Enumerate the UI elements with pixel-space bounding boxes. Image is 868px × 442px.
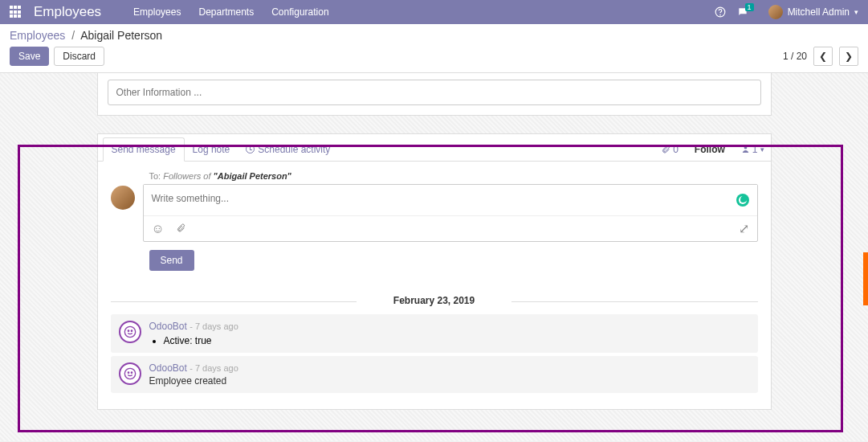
svg-point-8 <box>131 372 132 373</box>
message-time: - 7 days ago <box>189 363 238 373</box>
user-name: Mitchell Admin <box>788 6 850 18</box>
messages-icon[interactable]: 1 <box>737 6 757 18</box>
nav-links: Employees Departments Configuration <box>133 6 328 18</box>
caret-down-icon: ▾ <box>854 8 858 16</box>
attach-icon[interactable] <box>176 222 185 236</box>
grammarly-icon <box>736 194 749 207</box>
user-menu[interactable]: Mitchell Admin ▾ <box>768 5 858 19</box>
svg-point-4 <box>128 330 128 331</box>
message-item: OdooBot - 7 days ago Employee created <box>111 356 758 393</box>
paperclip-icon <box>661 145 670 154</box>
save-button[interactable]: Save <box>10 47 49 66</box>
breadcrumb-current: Abigail Peterson <box>80 29 162 42</box>
user-avatar-icon <box>768 5 783 19</box>
scrollbar-indicator <box>863 252 868 305</box>
attachment-count[interactable]: 0 <box>661 144 679 155</box>
message-input[interactable] <box>144 185 757 212</box>
form-sheet <box>97 73 772 116</box>
expand-icon[interactable]: ⤢ <box>739 221 749 236</box>
svg-point-6 <box>124 368 135 379</box>
svg-point-2 <box>744 146 747 149</box>
message-text: Employee created <box>149 375 750 387</box>
message-item: OdooBot - 7 days ago Active: true <box>111 314 758 353</box>
emoji-icon[interactable]: ☺ <box>152 222 165 236</box>
bot-avatar-icon <box>119 321 141 343</box>
compose-box: ☺ ⤢ <box>143 184 758 242</box>
clock-icon <box>246 145 255 153</box>
action-row: Save Discard 1 / 20 ❮ ❯ <box>10 47 858 66</box>
svg-point-1 <box>719 14 720 15</box>
message-bullet: Active: true <box>164 335 750 346</box>
help-icon[interactable] <box>715 6 726 18</box>
apps-icon[interactable] <box>10 6 22 18</box>
svg-point-7 <box>128 372 128 373</box>
svg-point-3 <box>124 326 135 337</box>
follow-button[interactable]: Follow <box>695 144 725 155</box>
message-composer: To: Followers of "Abigail Peterson" ☺ ⤢ <box>98 162 771 282</box>
send-button[interactable]: Send <box>149 250 194 271</box>
tab-log-note[interactable]: Log note <box>185 138 238 161</box>
nav-right: 1 Mitchell Admin ▾ <box>715 5 858 19</box>
message-author[interactable]: OdooBot <box>149 321 187 332</box>
nav-link-configuration[interactable]: Configuration <box>271 6 328 18</box>
tabs-right: 0 Follow 1 ▾ <box>661 144 764 155</box>
compose-toolbar: ☺ ⤢ <box>144 215 757 241</box>
breadcrumb: Employees / Abigail Peterson <box>10 29 858 42</box>
chatter-tabs: Send message Log note Schedule activity … <box>98 134 771 162</box>
pager-next-button[interactable]: ❯ <box>839 47 858 66</box>
pager-prev-button[interactable]: ❮ <box>813 47 833 66</box>
messages-badge: 1 <box>745 3 754 11</box>
subheader: Employees / Abigail Peterson Save Discar… <box>0 24 868 73</box>
discard-button[interactable]: Discard <box>54 47 104 66</box>
message-author[interactable]: OdooBot <box>149 362 187 374</box>
chatter: Send message Log note Schedule activity … <box>97 133 772 410</box>
person-icon <box>741 145 750 153</box>
nav-link-employees[interactable]: Employees <box>133 6 181 18</box>
other-information-input[interactable] <box>108 80 761 105</box>
composer-to-line: To: Followers of "Abigail Peterson" <box>149 171 758 181</box>
content-area: Send message Log note Schedule activity … <box>0 73 868 441</box>
tab-schedule-activity[interactable]: Schedule activity <box>238 138 338 161</box>
tab-send-message[interactable]: Send message <box>103 137 185 162</box>
top-nav: Employees Employees Departments Configur… <box>0 0 868 24</box>
nav-link-departments[interactable]: Departments <box>198 6 254 18</box>
message-timeline: February 23, 2019 OdooBot - 7 days ago A… <box>98 282 771 409</box>
caret-down-icon: ▾ <box>760 145 764 153</box>
svg-point-5 <box>131 330 132 331</box>
composer-avatar-icon <box>111 186 135 210</box>
breadcrumb-root[interactable]: Employees <box>10 29 65 42</box>
pager: 1 / 20 ❮ ❯ <box>783 47 858 66</box>
bot-avatar-icon <box>119 362 141 385</box>
date-separator: February 23, 2019 <box>111 289 758 314</box>
follower-count[interactable]: 1 ▾ <box>741 144 764 155</box>
message-time: - 7 days ago <box>189 321 238 331</box>
tab-schedule-label: Schedule activity <box>258 144 330 155</box>
app-title: Employees <box>34 4 101 20</box>
pager-text: 1 / 20 <box>783 51 807 62</box>
